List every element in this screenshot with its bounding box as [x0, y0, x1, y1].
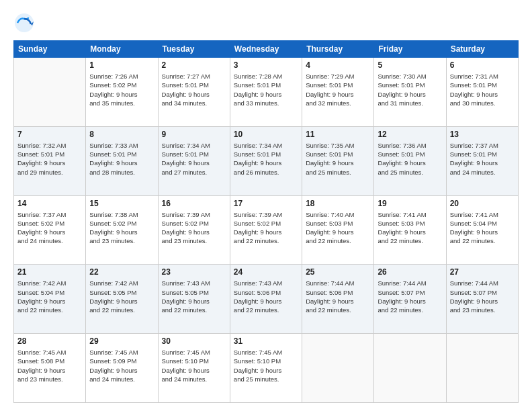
calendar-week-5: 28Sunrise: 7:45 AM Sunset: 5:08 PM Dayli… [14, 334, 519, 403]
calendar-cell: 31Sunrise: 7:45 AM Sunset: 5:10 PM Dayli… [230, 334, 302, 403]
day-number: 1 [89, 60, 154, 70]
day-number: 2 [162, 60, 226, 70]
day-info: Sunrise: 7:30 AM Sunset: 5:01 PM Dayligh… [378, 72, 442, 107]
day-info: Sunrise: 7:45 AM Sunset: 5:08 PM Dayligh… [17, 348, 82, 383]
day-info: Sunrise: 7:26 AM Sunset: 5:02 PM Dayligh… [89, 72, 154, 107]
calendar-week-2: 7Sunrise: 7:32 AM Sunset: 5:01 PM Daylig… [14, 126, 519, 195]
day-number: 11 [306, 130, 370, 139]
day-number: 18 [306, 199, 370, 208]
day-number: 20 [450, 199, 515, 208]
day-info: Sunrise: 7:37 AM Sunset: 5:01 PM Dayligh… [450, 141, 515, 177]
day-number: 23 [162, 267, 226, 277]
calendar-cell: 20Sunrise: 7:41 AM Sunset: 5:04 PM Dayli… [446, 195, 518, 265]
day-number: 24 [234, 267, 298, 277]
day-header-sunday: Sunday [14, 41, 86, 58]
calendar-cell [302, 334, 374, 403]
day-info: Sunrise: 7:32 AM Sunset: 5:01 PM Dayligh… [17, 141, 82, 177]
day-info: Sunrise: 7:33 AM Sunset: 5:01 PM Dayligh… [89, 141, 154, 177]
calendar-cell: 16Sunrise: 7:39 AM Sunset: 5:02 PM Dayli… [158, 195, 230, 265]
calendar-cell [374, 334, 446, 403]
header [13, 12, 519, 34]
calendar-cell: 12Sunrise: 7:36 AM Sunset: 5:01 PM Dayli… [374, 126, 446, 195]
day-number: 31 [234, 336, 298, 346]
day-info: Sunrise: 7:41 AM Sunset: 5:04 PM Dayligh… [450, 210, 515, 246]
day-info: Sunrise: 7:28 AM Sunset: 5:01 PM Dayligh… [234, 72, 298, 107]
day-info: Sunrise: 7:44 AM Sunset: 5:06 PM Dayligh… [306, 279, 370, 314]
calendar-cell: 9Sunrise: 7:34 AM Sunset: 5:01 PM Daylig… [158, 126, 230, 195]
day-info: Sunrise: 7:39 AM Sunset: 5:02 PM Dayligh… [162, 210, 226, 246]
day-number: 15 [89, 199, 154, 208]
calendar-cell: 5Sunrise: 7:30 AM Sunset: 5:01 PM Daylig… [374, 58, 446, 127]
day-info: Sunrise: 7:41 AM Sunset: 5:03 PM Dayligh… [378, 210, 442, 246]
calendar-cell: 28Sunrise: 7:45 AM Sunset: 5:08 PM Dayli… [14, 334, 86, 403]
calendar-cell: 19Sunrise: 7:41 AM Sunset: 5:03 PM Dayli… [374, 195, 446, 265]
day-header-monday: Monday [86, 41, 158, 58]
calendar-cell: 25Sunrise: 7:44 AM Sunset: 5:06 PM Dayli… [302, 265, 374, 334]
logo-icon [13, 12, 35, 34]
calendar-header-row: SundayMondayTuesdayWednesdayThursdayFrid… [14, 41, 519, 58]
calendar-cell: 13Sunrise: 7:37 AM Sunset: 5:01 PM Dayli… [446, 126, 518, 195]
day-number: 22 [89, 267, 154, 277]
day-number: 17 [234, 199, 298, 208]
day-number: 29 [89, 336, 154, 346]
day-header-friday: Friday [374, 41, 446, 58]
calendar-cell [446, 334, 518, 403]
calendar-cell: 7Sunrise: 7:32 AM Sunset: 5:01 PM Daylig… [14, 126, 86, 195]
calendar-week-3: 14Sunrise: 7:37 AM Sunset: 5:02 PM Dayli… [14, 195, 519, 265]
day-info: Sunrise: 7:44 AM Sunset: 5:07 PM Dayligh… [450, 279, 515, 314]
day-number: 28 [17, 336, 82, 346]
day-info: Sunrise: 7:29 AM Sunset: 5:01 PM Dayligh… [306, 72, 370, 107]
day-info: Sunrise: 7:31 AM Sunset: 5:01 PM Dayligh… [450, 72, 515, 107]
day-number: 16 [162, 199, 226, 208]
day-info: Sunrise: 7:27 AM Sunset: 5:01 PM Dayligh… [162, 72, 226, 107]
day-info: Sunrise: 7:36 AM Sunset: 5:01 PM Dayligh… [378, 141, 442, 177]
day-info: Sunrise: 7:43 AM Sunset: 5:05 PM Dayligh… [162, 279, 226, 314]
calendar-week-4: 21Sunrise: 7:42 AM Sunset: 5:04 PM Dayli… [14, 265, 519, 334]
day-number: 19 [378, 199, 442, 208]
calendar-cell: 15Sunrise: 7:38 AM Sunset: 5:02 PM Dayli… [86, 195, 158, 265]
day-info: Sunrise: 7:42 AM Sunset: 5:04 PM Dayligh… [17, 279, 82, 314]
day-number: 10 [234, 130, 298, 139]
day-number: 30 [162, 336, 226, 346]
calendar-cell: 10Sunrise: 7:34 AM Sunset: 5:01 PM Dayli… [230, 126, 302, 195]
calendar-cell: 3Sunrise: 7:28 AM Sunset: 5:01 PM Daylig… [230, 58, 302, 127]
day-info: Sunrise: 7:44 AM Sunset: 5:07 PM Dayligh… [378, 279, 442, 314]
day-number: 21 [17, 267, 82, 277]
calendar-cell [14, 58, 86, 127]
day-number: 14 [17, 199, 82, 208]
calendar-cell: 26Sunrise: 7:44 AM Sunset: 5:07 PM Dayli… [374, 265, 446, 334]
day-info: Sunrise: 7:34 AM Sunset: 5:01 PM Dayligh… [162, 141, 226, 177]
calendar-cell: 24Sunrise: 7:43 AM Sunset: 5:06 PM Dayli… [230, 265, 302, 334]
calendar-cell: 2Sunrise: 7:27 AM Sunset: 5:01 PM Daylig… [158, 58, 230, 127]
day-info: Sunrise: 7:45 AM Sunset: 5:09 PM Dayligh… [89, 348, 154, 383]
day-header-wednesday: Wednesday [230, 41, 302, 58]
calendar-table: SundayMondayTuesdayWednesdayThursdayFrid… [13, 40, 519, 403]
day-info: Sunrise: 7:40 AM Sunset: 5:03 PM Dayligh… [306, 210, 370, 246]
day-info: Sunrise: 7:45 AM Sunset: 5:10 PM Dayligh… [234, 348, 298, 383]
day-number: 3 [234, 60, 298, 70]
calendar-cell: 27Sunrise: 7:44 AM Sunset: 5:07 PM Dayli… [446, 265, 518, 334]
calendar-cell: 23Sunrise: 7:43 AM Sunset: 5:05 PM Dayli… [158, 265, 230, 334]
calendar-cell: 22Sunrise: 7:42 AM Sunset: 5:05 PM Dayli… [86, 265, 158, 334]
logo [13, 12, 37, 34]
day-number: 6 [450, 60, 515, 70]
calendar-cell: 21Sunrise: 7:42 AM Sunset: 5:04 PM Dayli… [14, 265, 86, 334]
day-info: Sunrise: 7:34 AM Sunset: 5:01 PM Dayligh… [234, 141, 298, 177]
day-number: 25 [306, 267, 370, 277]
day-info: Sunrise: 7:38 AM Sunset: 5:02 PM Dayligh… [89, 210, 154, 246]
calendar-cell: 29Sunrise: 7:45 AM Sunset: 5:09 PM Dayli… [86, 334, 158, 403]
day-number: 8 [89, 130, 154, 139]
day-info: Sunrise: 7:43 AM Sunset: 5:06 PM Dayligh… [234, 279, 298, 314]
day-header-tuesday: Tuesday [158, 41, 230, 58]
calendar-cell: 17Sunrise: 7:39 AM Sunset: 5:02 PM Dayli… [230, 195, 302, 265]
day-number: 12 [378, 130, 442, 139]
day-info: Sunrise: 7:45 AM Sunset: 5:10 PM Dayligh… [162, 348, 226, 383]
day-info: Sunrise: 7:39 AM Sunset: 5:02 PM Dayligh… [234, 210, 298, 246]
calendar-cell: 4Sunrise: 7:29 AM Sunset: 5:01 PM Daylig… [302, 58, 374, 127]
day-number: 9 [162, 130, 226, 139]
page: SundayMondayTuesdayWednesdayThursdayFrid… [0, 0, 532, 411]
day-number: 13 [450, 130, 515, 139]
calendar-cell: 8Sunrise: 7:33 AM Sunset: 5:01 PM Daylig… [86, 126, 158, 195]
day-number: 7 [17, 130, 82, 139]
day-number: 5 [378, 60, 442, 70]
